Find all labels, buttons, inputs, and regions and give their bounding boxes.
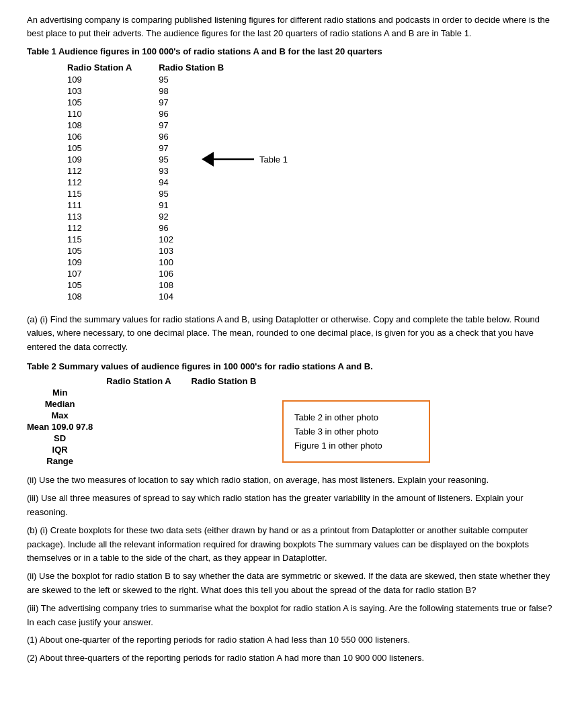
summary-cell (106, 455, 191, 467)
table-row: 10597 (67, 97, 251, 108)
part-b-i: (b) (i) Create boxplots for these two da… (27, 524, 555, 565)
table-cell: 113 (67, 211, 159, 222)
table-row: 105108 (67, 279, 251, 291)
statement-2: (2) About three-quarters of the reportin… (27, 651, 555, 666)
table1: Radio Station A Radio Station B 10995103… (67, 61, 251, 302)
table-cell: 92 (159, 211, 251, 222)
summary-cell (192, 410, 277, 421)
summary-row-label: Min (27, 387, 106, 398)
table-cell: 109 (67, 257, 159, 268)
table-row: 115102 (67, 234, 251, 245)
summary-cell (192, 387, 277, 398)
table-row: 109100 (67, 257, 251, 268)
table-cell: 91 (159, 199, 251, 211)
table-cell: 104 (159, 291, 251, 302)
summary-row-label: Range (27, 455, 106, 467)
orange-box-line2: Table 3 in other photo (294, 426, 418, 437)
arrow-label-text: Table 1 (259, 154, 288, 165)
table-cell: 108 (159, 279, 251, 291)
table-cell: 106 (159, 268, 251, 279)
table2: Radio Station A Radio Station B MinMedia… (27, 375, 276, 467)
table-row: 10995 (67, 74, 251, 85)
table-row: 10398 (67, 85, 251, 97)
part-a-intro: (a) (i) Find the summary values for radi… (27, 313, 555, 355)
table-row: 11294 (67, 177, 251, 188)
table-cell: 97 (159, 120, 251, 131)
table2-row-label-header (27, 375, 106, 387)
summary-cell (192, 455, 277, 467)
table-cell: 112 (67, 222, 159, 234)
table-row: Range (27, 455, 276, 467)
table1-title: Table 1 Audience figures in 100 000's of… (27, 45, 555, 58)
table1-arrow: Table 1 (202, 149, 288, 169)
table2-title: Table 2 Summary values of audience figur… (27, 360, 555, 373)
table-cell: 115 (67, 188, 159, 199)
summary-section: Table 2 Summary values of audience figur… (27, 360, 555, 467)
table-cell: 95 (159, 74, 251, 85)
table-cell: 96 (159, 108, 251, 120)
summary-cell (192, 444, 277, 455)
table-row: 108104 (67, 291, 251, 302)
part-a-ii: (ii) Use the two measures of location to… (27, 473, 555, 488)
table-cell: 112 (67, 165, 159, 177)
table-cell: 97 (159, 97, 251, 108)
table-cell: 98 (159, 85, 251, 97)
table-cell: 102 (159, 234, 251, 245)
table-cell: 105 (67, 245, 159, 257)
table-row: 107106 (67, 268, 251, 279)
table-cell: 108 (67, 120, 159, 131)
part-a-intro-text: (a) (i) Find the summary values for radi… (27, 313, 555, 355)
table-cell: 105 (67, 142, 159, 154)
table-cell: 96 (159, 131, 251, 142)
table-cell: 109 (67, 74, 159, 85)
table1-wrapper: Table 1 Audience figures in 100 000's of… (27, 45, 555, 302)
table1-header-b: Radio Station B (159, 61, 251, 74)
table-cell: 106 (67, 131, 159, 142)
table-cell: 107 (67, 268, 159, 279)
summary-cell (106, 410, 191, 421)
part-b-ii: (ii) Use the boxplot for radio station B… (27, 570, 555, 598)
table-cell: 100 (159, 257, 251, 268)
table-row: 105103 (67, 245, 251, 257)
table-cell: 103 (67, 85, 159, 97)
table-row: SD (27, 433, 276, 444)
arrow-icon (202, 149, 255, 169)
summary-cell (106, 387, 191, 398)
summary-cell (106, 433, 191, 444)
statement-1: (1) About one-quarter of the reporting p… (27, 633, 555, 647)
table-cell: 103 (159, 245, 251, 257)
svg-marker-0 (202, 152, 214, 167)
table1-header-a: Radio Station A (67, 61, 159, 74)
table-row: 11595 (67, 188, 251, 199)
summary-cell (106, 398, 191, 410)
table-cell: 112 (67, 177, 159, 188)
table-cell: 105 (67, 279, 159, 291)
summary-cell (192, 433, 277, 444)
summary-row-label: Mean 109.0 97.8 (27, 421, 106, 433)
table2-header-b: Radio Station B (192, 375, 277, 387)
table-row: Mean 109.0 97.8 (27, 421, 276, 433)
table-cell: 111 (67, 199, 159, 211)
table-row: 11096 (67, 108, 251, 120)
summary-row-label: IQR (27, 444, 106, 455)
table-cell: 96 (159, 222, 251, 234)
table-row: Min (27, 387, 276, 398)
table-cell: 94 (159, 177, 251, 188)
table2-header-a: Radio Station A (106, 375, 191, 387)
table-cell: 109 (67, 154, 159, 165)
summary-cell (106, 444, 191, 455)
part-b-iii: (iii) The advertising company tries to s… (27, 602, 555, 630)
table-row: IQR (27, 444, 276, 455)
table-row: 10696 (67, 131, 251, 142)
table-row: Max (27, 410, 276, 421)
table-cell: 105 (67, 97, 159, 108)
intro-paragraph: An advertising company is comparing publ… (27, 13, 555, 40)
table-row: Median (27, 398, 276, 410)
other-photo-box: Table 2 in other photo Table 3 in other … (282, 400, 430, 463)
orange-box-line1: Table 2 in other photo (294, 412, 418, 422)
table-row: 11392 (67, 211, 251, 222)
table-cell: 110 (67, 108, 159, 120)
table-row: 11191 (67, 199, 251, 211)
table-cell: 115 (67, 234, 159, 245)
table-row: 11296 (67, 222, 251, 234)
